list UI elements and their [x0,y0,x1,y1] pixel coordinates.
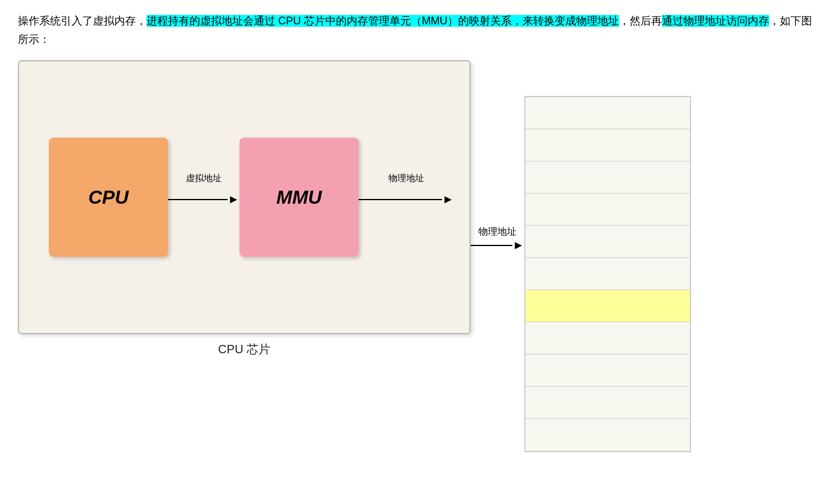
cpu-chip-label: CPU 芯片 [218,341,270,357]
right-section: 物理地址 ► [471,60,691,452]
memory-cell-0 [525,97,690,129]
cpu-chip-area: CPU 虚拟地址 ► MMU [18,60,471,357]
chip-inner: CPU 虚拟地址 ► MMU [49,138,454,257]
memory-cell-6-highlighted [525,290,690,322]
highlighted-text-2: 系，来转换变成物理地址 [501,15,619,27]
virtual-addr-label: 虚拟地址 [186,173,222,184]
memory-cell-5 [525,258,690,290]
memory-cell-9 [525,387,690,419]
highlighted-text-1: 进程持有的虚拟地址会通过 CPU 芯片中的内存管理单元（MMU）的映射关 [147,15,501,27]
mmu-label: MMU [276,186,322,209]
memory-area [524,96,691,452]
memory-cell-1 [525,129,690,161]
memory-cell-4 [525,226,690,258]
cpu-label: CPU [88,186,129,209]
intro-paragraph: 操作系统引入了虚拟内存，进程持有的虚拟地址会通过 CPU 芯片中的内存管理单元（… [18,12,822,48]
memory-cell-3 [525,194,690,226]
highlighted-text-3: 通过物理地址访问内存 [662,15,769,27]
physical-addr-inside-label: 物理地址 [388,173,424,184]
cpu-chip-box: CPU 虚拟地址 ► MMU [18,60,471,334]
diagram-main: CPU 虚拟地址 ► MMU [18,60,822,452]
mmu-block: MMU [239,138,359,257]
cpu-block: CPU [49,138,168,257]
memory-cell-10 [525,419,690,451]
page-container: 操作系统引入了虚拟内存，进程持有的虚拟地址会通过 CPU 芯片中的内存管理单元（… [18,12,822,452]
plain-text-2: ，然后再 [619,15,662,27]
plain-text-1: 操作系统引入了虚拟内存， [18,15,147,27]
physical-addr-outside-label: 物理地址 [478,226,517,238]
memory-cell-2 [525,161,690,194]
right-arrow-area: 物理地址 ► [471,60,524,251]
memory-cell-7 [525,322,690,354]
memory-cell-8 [525,354,690,387]
memory-block [524,96,691,452]
